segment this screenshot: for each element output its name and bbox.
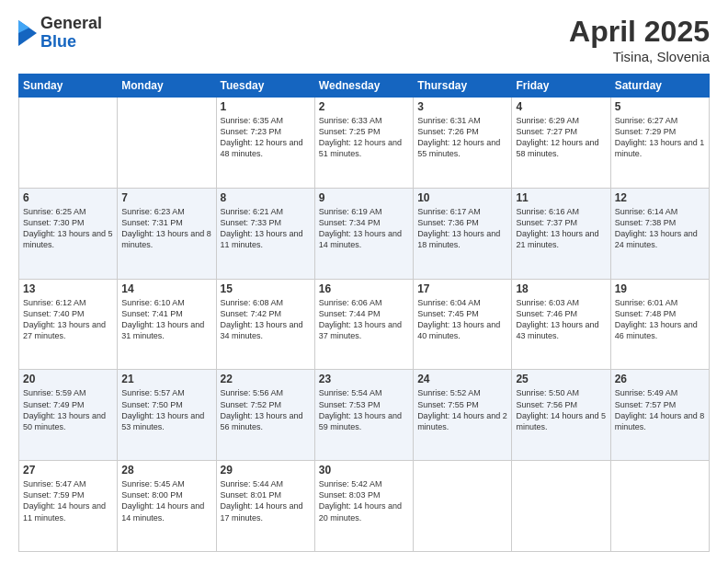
calendar-week-row: 13Sunrise: 6:12 AM Sunset: 7:40 PM Dayli… xyxy=(19,279,710,370)
day-number: 11 xyxy=(516,191,606,204)
day-number: 3 xyxy=(417,100,507,113)
table-row: 16Sunrise: 6:06 AM Sunset: 7:44 PM Dayli… xyxy=(314,279,413,370)
day-info: Sunrise: 6:35 AM Sunset: 7:23 PM Dayligh… xyxy=(221,115,311,160)
table-row xyxy=(118,98,216,189)
day-info: Sunrise: 6:25 AM Sunset: 7:30 PM Dayligh… xyxy=(23,206,113,251)
day-number: 26 xyxy=(615,373,705,385)
day-number: 29 xyxy=(221,464,311,477)
day-info: Sunrise: 6:23 AM Sunset: 7:31 PM Dayligh… xyxy=(121,206,211,251)
calendar-week-row: 6Sunrise: 6:25 AM Sunset: 7:30 PM Daylig… xyxy=(19,188,710,279)
day-number: 14 xyxy=(121,282,211,295)
table-row: 22Sunrise: 5:56 AM Sunset: 7:52 PM Dayli… xyxy=(216,370,314,461)
table-row: 2Sunrise: 6:33 AM Sunset: 7:25 PM Daylig… xyxy=(314,98,413,189)
col-wednesday: Wednesday xyxy=(314,75,413,98)
day-info: Sunrise: 5:49 AM Sunset: 7:57 PM Dayligh… xyxy=(615,387,705,432)
table-row: 5Sunrise: 6:27 AM Sunset: 7:29 PM Daylig… xyxy=(610,98,709,189)
table-row: 30Sunrise: 5:42 AM Sunset: 8:03 PM Dayli… xyxy=(314,461,413,552)
month-title: April 2025 xyxy=(569,15,710,49)
day-info: Sunrise: 5:50 AM Sunset: 7:56 PM Dayligh… xyxy=(516,387,606,432)
day-number: 19 xyxy=(615,282,705,295)
calendar-header-row: Sunday Monday Tuesday Wednesday Thursday… xyxy=(19,75,710,98)
location-title: Tisina, Slovenia xyxy=(569,49,710,64)
day-number: 13 xyxy=(23,282,113,295)
col-tuesday: Tuesday xyxy=(216,75,314,98)
table-row: 23Sunrise: 5:54 AM Sunset: 7:53 PM Dayli… xyxy=(314,370,413,461)
day-number: 15 xyxy=(221,282,311,295)
day-info: Sunrise: 6:14 AM Sunset: 7:38 PM Dayligh… xyxy=(615,206,705,251)
table-row: 8Sunrise: 6:21 AM Sunset: 7:33 PM Daylig… xyxy=(216,188,314,279)
day-info: Sunrise: 5:54 AM Sunset: 7:53 PM Dayligh… xyxy=(319,387,409,432)
day-info: Sunrise: 5:45 AM Sunset: 8:00 PM Dayligh… xyxy=(121,478,211,523)
logo: General Blue xyxy=(18,15,102,52)
page: General Blue April 2025 Tisina, Slovenia… xyxy=(0,0,728,563)
day-number: 7 xyxy=(121,191,211,204)
table-row: 25Sunrise: 5:50 AM Sunset: 7:56 PM Dayli… xyxy=(512,370,610,461)
day-number: 22 xyxy=(221,373,311,385)
table-row xyxy=(610,461,709,552)
day-info: Sunrise: 6:16 AM Sunset: 7:37 PM Dayligh… xyxy=(516,206,606,251)
day-info: Sunrise: 6:19 AM Sunset: 7:34 PM Dayligh… xyxy=(319,206,409,251)
table-row: 20Sunrise: 5:59 AM Sunset: 7:49 PM Dayli… xyxy=(19,370,118,461)
day-info: Sunrise: 6:06 AM Sunset: 7:44 PM Dayligh… xyxy=(319,297,409,342)
calendar-table: Sunday Monday Tuesday Wednesday Thursday… xyxy=(18,74,710,552)
table-row: 12Sunrise: 6:14 AM Sunset: 7:38 PM Dayli… xyxy=(610,188,709,279)
day-number: 2 xyxy=(319,100,409,113)
table-row: 6Sunrise: 6:25 AM Sunset: 7:30 PM Daylig… xyxy=(19,188,118,279)
day-info: Sunrise: 6:33 AM Sunset: 7:25 PM Dayligh… xyxy=(319,115,409,160)
day-info: Sunrise: 6:12 AM Sunset: 7:40 PM Dayligh… xyxy=(23,297,113,342)
col-sunday: Sunday xyxy=(19,75,118,98)
day-info: Sunrise: 6:03 AM Sunset: 7:46 PM Dayligh… xyxy=(516,297,606,342)
table-row: 28Sunrise: 5:45 AM Sunset: 8:00 PM Dayli… xyxy=(118,461,216,552)
day-info: Sunrise: 6:01 AM Sunset: 7:48 PM Dayligh… xyxy=(615,297,705,342)
day-number: 18 xyxy=(516,282,606,295)
col-saturday: Saturday xyxy=(610,75,709,98)
day-number: 24 xyxy=(417,373,507,385)
table-row: 29Sunrise: 5:44 AM Sunset: 8:01 PM Dayli… xyxy=(216,461,314,552)
calendar-week-row: 1Sunrise: 6:35 AM Sunset: 7:23 PM Daylig… xyxy=(19,98,710,189)
table-row: 21Sunrise: 5:57 AM Sunset: 7:50 PM Dayli… xyxy=(118,370,216,461)
calendar-week-row: 20Sunrise: 5:59 AM Sunset: 7:49 PM Dayli… xyxy=(19,370,710,461)
table-row xyxy=(512,461,610,552)
title-block: April 2025 Tisina, Slovenia xyxy=(569,15,710,64)
table-row: 17Sunrise: 6:04 AM Sunset: 7:45 PM Dayli… xyxy=(414,279,512,370)
col-thursday: Thursday xyxy=(414,75,512,98)
day-info: Sunrise: 5:42 AM Sunset: 8:03 PM Dayligh… xyxy=(319,478,409,523)
day-info: Sunrise: 6:21 AM Sunset: 7:33 PM Dayligh… xyxy=(221,206,311,251)
table-row xyxy=(19,98,118,189)
table-row: 27Sunrise: 5:47 AM Sunset: 7:59 PM Dayli… xyxy=(19,461,118,552)
table-row: 14Sunrise: 6:10 AM Sunset: 7:41 PM Dayli… xyxy=(118,279,216,370)
day-number: 16 xyxy=(319,282,409,295)
table-row: 1Sunrise: 6:35 AM Sunset: 7:23 PM Daylig… xyxy=(216,98,314,189)
day-number: 27 xyxy=(23,464,113,477)
day-info: Sunrise: 5:52 AM Sunset: 7:55 PM Dayligh… xyxy=(417,387,507,432)
table-row xyxy=(414,461,512,552)
day-number: 25 xyxy=(516,373,606,385)
day-number: 20 xyxy=(23,373,113,385)
day-info: Sunrise: 5:57 AM Sunset: 7:50 PM Dayligh… xyxy=(121,387,211,432)
day-number: 23 xyxy=(319,373,409,385)
day-info: Sunrise: 5:44 AM Sunset: 8:01 PM Dayligh… xyxy=(221,478,311,523)
table-row: 4Sunrise: 6:29 AM Sunset: 7:27 PM Daylig… xyxy=(512,98,610,189)
table-row: 18Sunrise: 6:03 AM Sunset: 7:46 PM Dayli… xyxy=(512,279,610,370)
day-number: 21 xyxy=(121,373,211,385)
col-monday: Monday xyxy=(118,75,216,98)
col-friday: Friday xyxy=(512,75,610,98)
day-info: Sunrise: 5:59 AM Sunset: 7:49 PM Dayligh… xyxy=(23,387,113,432)
logo-blue: Blue xyxy=(40,33,102,52)
day-number: 28 xyxy=(121,464,211,477)
day-info: Sunrise: 6:10 AM Sunset: 7:41 PM Dayligh… xyxy=(121,297,211,342)
table-row: 3Sunrise: 6:31 AM Sunset: 7:26 PM Daylig… xyxy=(414,98,512,189)
logo-icon xyxy=(18,20,37,46)
day-number: 10 xyxy=(417,191,507,204)
day-number: 8 xyxy=(221,191,311,204)
day-number: 6 xyxy=(23,191,113,204)
table-row: 9Sunrise: 6:19 AM Sunset: 7:34 PM Daylig… xyxy=(314,188,413,279)
day-info: Sunrise: 6:29 AM Sunset: 7:27 PM Dayligh… xyxy=(516,115,606,160)
logo-text: General Blue xyxy=(40,15,102,52)
day-info: Sunrise: 6:27 AM Sunset: 7:29 PM Dayligh… xyxy=(615,115,705,160)
day-number: 9 xyxy=(319,191,409,204)
day-number: 4 xyxy=(516,100,606,113)
day-info: Sunrise: 6:08 AM Sunset: 7:42 PM Dayligh… xyxy=(221,297,311,342)
day-number: 1 xyxy=(221,100,311,113)
table-row: 15Sunrise: 6:08 AM Sunset: 7:42 PM Dayli… xyxy=(216,279,314,370)
